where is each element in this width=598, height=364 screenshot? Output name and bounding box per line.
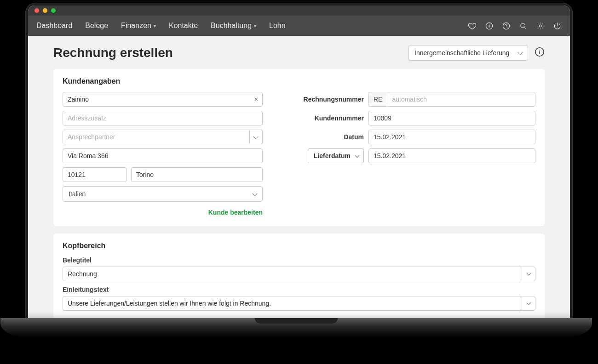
- address-suffix-input[interactable]: [63, 111, 263, 125]
- date-input[interactable]: [368, 130, 535, 144]
- gear-icon[interactable]: [536, 22, 545, 30]
- plus-circle-icon[interactable]: [485, 22, 494, 30]
- clear-icon[interactable]: ×: [254, 96, 258, 103]
- svg-point-6: [539, 50, 540, 50]
- nav-label: Lohn: [269, 22, 286, 30]
- svg-point-3: [521, 23, 525, 28]
- info-icon[interactable]: [535, 47, 545, 59]
- svg-point-2: [506, 27, 506, 28]
- postal-input[interactable]: [63, 167, 127, 182]
- intro-text-dropdown-button[interactable]: [522, 296, 535, 311]
- invoice-number-prefix: RE: [368, 92, 387, 107]
- nav-label: Finanzen: [121, 22, 151, 30]
- power-icon[interactable]: [553, 22, 562, 30]
- window-titlebar: [28, 6, 570, 16]
- edit-customer-link[interactable]: Kunde bearbeiten: [63, 209, 263, 216]
- help-icon[interactable]: [502, 22, 511, 30]
- maximize-window-icon[interactable]: [51, 8, 56, 13]
- doc-title-dropdown-button[interactable]: [522, 267, 535, 281]
- chevron-down-icon: ▾: [154, 23, 156, 28]
- doc-title-label: Belegtitel: [63, 256, 535, 264]
- nav-kontakte[interactable]: Kontakte: [169, 22, 198, 30]
- delivery-type-select[interactable]: Innergemeinschaftliche Lieferung: [408, 45, 528, 61]
- customer-name-input[interactable]: [63, 92, 263, 107]
- customer-card: Kundenangaben ×: [53, 69, 545, 226]
- nav-label: Buchhaltung: [211, 22, 252, 30]
- contact-dropdown-button[interactable]: [250, 130, 263, 144]
- customer-number-input[interactable]: [368, 111, 535, 125]
- heart-icon[interactable]: [468, 22, 477, 30]
- country-select[interactable]: Italien: [63, 186, 263, 202]
- nav-belege[interactable]: Belege: [85, 22, 108, 30]
- header-section-title: Kopfbereich: [63, 242, 535, 250]
- doc-title-input[interactable]: [63, 267, 535, 281]
- close-window-icon[interactable]: [34, 8, 39, 13]
- invoice-number-input[interactable]: [387, 92, 535, 107]
- street-input[interactable]: [63, 148, 263, 163]
- nav-label: Belege: [85, 22, 108, 30]
- main-nav: Dashboard Belege Finanzen▾ Kontakte Buch…: [28, 16, 570, 36]
- invoice-number-label: Rechnungsnummer: [290, 96, 364, 103]
- customer-section-title: Kundenangaben: [63, 77, 535, 85]
- search-icon[interactable]: [519, 22, 528, 30]
- nav-label: Dashboard: [36, 22, 72, 30]
- nav-dashboard[interactable]: Dashboard: [36, 22, 72, 30]
- country-label: Italien: [69, 190, 86, 198]
- delivery-type-label: Innergemeinschaftliche Lieferung: [414, 49, 509, 57]
- page-content: Rechnung erstellen Innergemeinschaftlich…: [28, 36, 570, 318]
- delivery-date-type-select[interactable]: Lieferdatum: [308, 148, 364, 163]
- nav-buchhaltung[interactable]: Buchhaltung▾: [211, 22, 256, 30]
- delivery-date-input[interactable]: [368, 148, 535, 163]
- minimize-window-icon[interactable]: [43, 8, 47, 13]
- chevron-down-icon: ▾: [254, 23, 256, 28]
- nav-finanzen[interactable]: Finanzen▾: [121, 22, 156, 30]
- nav-label: Kontakte: [169, 22, 198, 30]
- svg-point-4: [539, 25, 541, 27]
- contact-person-input[interactable]: [63, 130, 250, 144]
- page-title: Rechnung erstellen: [53, 46, 173, 60]
- header-card: Kopfbereich Belegtitel Einleitungstext: [53, 233, 545, 318]
- delivery-date-type-label: Lieferdatum: [314, 152, 351, 159]
- intro-text-label: Einleitungstext: [63, 286, 535, 293]
- date-label: Datum: [290, 133, 364, 141]
- nav-lohn[interactable]: Lohn: [269, 22, 286, 30]
- customer-number-label: Kundennummer: [290, 114, 364, 122]
- intro-text-input[interactable]: [63, 296, 535, 311]
- city-input[interactable]: [131, 167, 263, 182]
